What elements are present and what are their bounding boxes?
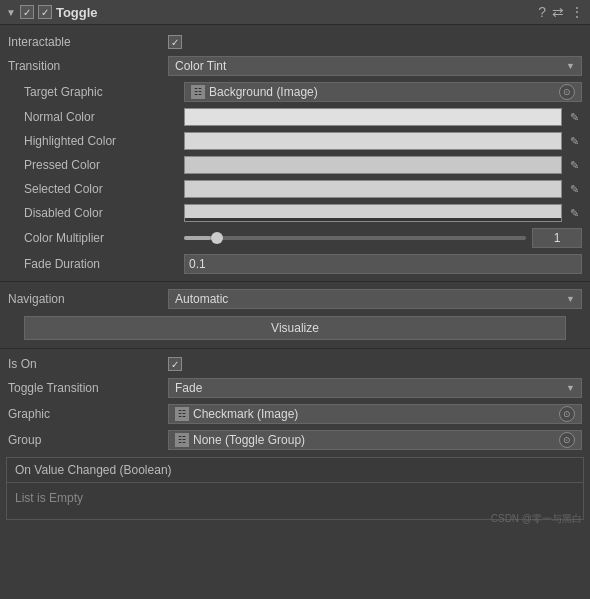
target-graphic-field[interactable]: ☷ Background (Image) ⊙ [184, 82, 582, 102]
is-on-checkbox[interactable]: ✓ [168, 357, 182, 371]
disabled-color-label: Disabled Color [24, 206, 184, 220]
pressed-color-swatch[interactable] [184, 156, 562, 174]
watermark: CSDN @零一与黑白 [491, 512, 582, 526]
highlighted-color-row: Highlighted Color ✎ [0, 129, 590, 153]
help-icon[interactable]: ? [538, 4, 546, 20]
navigation-value: Automatic ▼ [168, 289, 582, 309]
target-graphic-text: Background (Image) [209, 85, 318, 99]
color-multiplier-value [184, 228, 582, 248]
color-multiplier-thumb[interactable] [211, 232, 223, 244]
component-enabled-checkbox[interactable]: ✓ [20, 5, 34, 19]
graphic-text: Checkmark (Image) [193, 407, 298, 421]
disabled-color-value: ✎ [184, 204, 582, 222]
toggle-transition-value: Fade ▼ [168, 378, 582, 398]
color-multiplier-fill [184, 236, 211, 240]
fade-duration-label: Fade Duration [24, 257, 184, 271]
fade-duration-input[interactable] [184, 254, 582, 274]
graphic-label: Graphic [8, 407, 168, 421]
visualize-button[interactable]: Visualize [24, 316, 566, 340]
header-icons: ? ⇄ ⋮ [538, 4, 584, 20]
pressed-color-label: Pressed Color [24, 158, 184, 172]
group-icon: ☷ [175, 433, 189, 447]
visualize-button-row: Visualize [0, 312, 590, 344]
is-on-row: Is On ✓ [0, 353, 590, 375]
event-empty-text: List is Empty [15, 491, 83, 505]
event-header: On Value Changed (Boolean) [7, 458, 583, 483]
panel-title: Toggle [56, 5, 534, 20]
graphic-picker-icon[interactable]: ⊙ [559, 406, 575, 422]
toggle-transition-dropdown[interactable]: Fade ▼ [168, 378, 582, 398]
selected-color-picker-icon[interactable]: ✎ [566, 181, 582, 197]
navigation-dropdown[interactable]: Automatic ▼ [168, 289, 582, 309]
navigation-chevron-icon: ▼ [566, 294, 575, 304]
transition-value: Color Tint ▼ [168, 56, 582, 76]
selected-color-row: Selected Color ✎ [0, 177, 590, 201]
selected-color-label: Selected Color [24, 182, 184, 196]
target-graphic-icon: ☷ [191, 85, 205, 99]
group-row: Group ☷ None (Toggle Group) ⊙ [0, 427, 590, 453]
graphic-field[interactable]: ☷ Checkmark (Image) ⊙ [168, 404, 582, 424]
normal-color-row: Normal Color ✎ [0, 105, 590, 129]
normal-color-swatch[interactable] [184, 108, 562, 126]
divider-1 [0, 281, 590, 282]
normal-color-label: Normal Color [24, 110, 184, 124]
fade-duration-row: Fade Duration [0, 251, 590, 277]
highlighted-color-picker-icon[interactable]: ✎ [566, 133, 582, 149]
fade-duration-value [184, 254, 582, 274]
interactable-value: ✓ [168, 35, 582, 49]
disabled-color-row: Disabled Color ✎ [0, 201, 590, 225]
divider-2 [0, 348, 590, 349]
normal-color-value: ✎ [184, 108, 582, 126]
target-graphic-row: Target Graphic ☷ Background (Image) ⊙ [0, 79, 590, 105]
highlighted-color-swatch[interactable] [184, 132, 562, 150]
group-field[interactable]: ☷ None (Toggle Group) ⊙ [168, 430, 582, 450]
target-graphic-label: Target Graphic [24, 85, 184, 99]
pressed-color-value: ✎ [184, 156, 582, 174]
color-multiplier-label: Color Multiplier [24, 231, 184, 245]
toggle-transition-label: Toggle Transition [8, 381, 168, 395]
graphic-row: Graphic ☷ Checkmark (Image) ⊙ [0, 401, 590, 427]
collapse-arrow-icon[interactable]: ▼ [6, 7, 16, 18]
normal-color-picker-icon[interactable]: ✎ [566, 109, 582, 125]
component-content: Interactable ✓ Transition Color Tint ▼ T… [0, 25, 590, 530]
transition-label: Transition [8, 59, 168, 73]
navigation-row: Navigation Automatic ▼ [0, 286, 590, 312]
selected-color-swatch[interactable] [184, 180, 562, 198]
preset-icon[interactable]: ⇄ [552, 4, 564, 20]
component-checkbox2[interactable]: ✓ [38, 5, 52, 19]
group-value: ☷ None (Toggle Group) ⊙ [168, 430, 582, 450]
target-graphic-picker-icon[interactable]: ⊙ [559, 84, 575, 100]
pressed-color-row: Pressed Color ✎ [0, 153, 590, 177]
navigation-label: Navigation [8, 292, 168, 306]
graphic-value: ☷ Checkmark (Image) ⊙ [168, 404, 582, 424]
interactable-row: Interactable ✓ [0, 31, 590, 53]
is-on-value: ✓ [168, 357, 582, 371]
pressed-color-picker-icon[interactable]: ✎ [566, 157, 582, 173]
panel-header: ▼ ✓ ✓ Toggle ? ⇄ ⋮ [0, 0, 590, 25]
disabled-color-picker-icon[interactable]: ✎ [566, 205, 582, 221]
toggle-transition-dropdown-value: Fade [175, 381, 202, 395]
navigation-dropdown-value: Automatic [175, 292, 228, 306]
transition-dropdown-value: Color Tint [175, 59, 226, 73]
target-graphic-value: ☷ Background (Image) ⊙ [184, 82, 582, 102]
event-title: On Value Changed (Boolean) [15, 463, 172, 477]
is-on-label: Is On [8, 357, 168, 371]
color-multiplier-slider-container [184, 228, 582, 248]
color-multiplier-row: Color Multiplier [0, 225, 590, 251]
color-multiplier-input[interactable] [532, 228, 582, 248]
transition-row: Transition Color Tint ▼ [0, 53, 590, 79]
toggle-transition-row: Toggle Transition Fade ▼ [0, 375, 590, 401]
group-label: Group [8, 433, 168, 447]
color-multiplier-track[interactable] [184, 236, 526, 240]
disabled-color-swatch[interactable] [184, 204, 562, 222]
transition-dropdown[interactable]: Color Tint ▼ [168, 56, 582, 76]
transition-chevron-icon: ▼ [566, 61, 575, 71]
more-icon[interactable]: ⋮ [570, 4, 584, 20]
interactable-checkbox[interactable]: ✓ [168, 35, 182, 49]
highlighted-color-label: Highlighted Color [24, 134, 184, 148]
group-picker-icon[interactable]: ⊙ [559, 432, 575, 448]
event-section: On Value Changed (Boolean) List is Empty [6, 457, 584, 520]
selected-color-value: ✎ [184, 180, 582, 198]
group-text: None (Toggle Group) [193, 433, 305, 447]
toggle-transition-chevron-icon: ▼ [566, 383, 575, 393]
